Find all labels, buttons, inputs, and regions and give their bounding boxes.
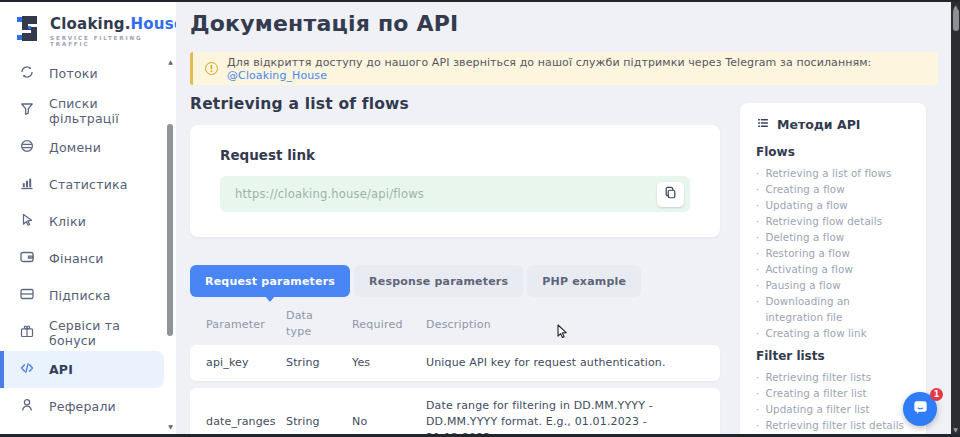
method-link[interactable]: ·Downloading an integration file — [756, 293, 910, 325]
page-title: Документація по API — [190, 11, 938, 36]
request-url-box: https://cloaking.house/api/flows — [220, 176, 690, 212]
doc-tabs: Request parameters Response parameters P… — [190, 265, 720, 297]
scroll-up-icon[interactable]: ▲ — [166, 58, 175, 65]
app-window: Cloaking.House SERVICE FILTERING TRAFFIC… — [0, 0, 960, 437]
doc-left-column: Request link https://cloaking.house/api/… — [190, 125, 720, 434]
bar-chart-icon — [19, 175, 35, 195]
request-url: https://cloaking.house/api/flows — [235, 187, 657, 201]
sidebar-item-services-bonuses[interactable]: Сервіси та бонуси — [0, 314, 164, 351]
column-header-description: Description — [426, 318, 704, 331]
scroll-down-icon[interactable]: ▼ — [166, 423, 175, 430]
page-scrollbar[interactable]: ▲ ▼ — [951, 2, 960, 434]
method-link[interactable]: ·Creating a filter list — [756, 385, 910, 401]
method-link[interactable]: ·Creating a flow link — [756, 325, 910, 341]
sidebar-item-label: Статистика — [49, 177, 128, 192]
column-header-data-type: Data type — [286, 308, 320, 341]
sidebar-item-label: Домени — [49, 140, 101, 155]
cursor-icon — [19, 212, 35, 232]
request-link-card: Request link https://cloaking.house/api/… — [190, 125, 720, 237]
param-required: Yes — [352, 345, 426, 381]
globe-icon — [19, 138, 35, 158]
methods-group-filter-lists: Filter lists — [756, 349, 910, 363]
method-link[interactable]: ·Updating a flow — [756, 197, 910, 213]
method-link[interactable]: ·Updating a filter list — [756, 401, 910, 417]
methods-group-flows: Flows — [756, 145, 910, 159]
page-scrollbar-thumb[interactable] — [953, 9, 959, 31]
cloaking-house-logo-icon — [16, 15, 41, 46]
param-data-type: String — [286, 404, 352, 434]
method-link[interactable]: ·Creating a flow — [756, 181, 910, 197]
param-required: No — [352, 404, 426, 434]
tab-request-parameters[interactable]: Request parameters — [190, 265, 350, 297]
param-name: api_key — [206, 345, 286, 381]
wallet-icon — [19, 249, 35, 269]
methods-panel-title: Методи API — [756, 116, 910, 133]
sidebar-item-label: API — [49, 362, 73, 377]
logo[interactable]: Cloaking.House SERVICE FILTERING TRAFFIC — [0, 2, 176, 57]
person-icon — [19, 397, 35, 417]
sidebar-item-label: Списки фільтрації — [49, 96, 164, 126]
table-header: Parameter Data type Required Description — [190, 303, 720, 345]
gift-icon — [19, 323, 35, 343]
method-link[interactable]: ·Deleting a filter list — [756, 433, 910, 434]
request-link-title: Request link — [220, 147, 690, 163]
sidebar-item-subscription[interactable]: Підписка — [0, 277, 164, 314]
sidebar-item-label: Підписка — [49, 288, 111, 303]
tab-response-parameters[interactable]: Response parameters — [354, 265, 523, 297]
scroll-down-icon[interactable]: ▼ — [951, 426, 960, 433]
method-link[interactable]: ·Retrieving a list of flows — [756, 165, 910, 181]
funnel-icon — [19, 101, 35, 121]
copy-icon — [663, 185, 678, 203]
method-link[interactable]: ·Retrieving filter lists — [756, 369, 910, 385]
code-icon — [19, 360, 35, 380]
sidebar-scrollbar[interactable]: ▲ ▼ — [166, 58, 175, 430]
api-access-notice: ! Для відкриття доступу до нашого API зв… — [190, 52, 938, 85]
sidebar-item-flows[interactable]: Потоки — [0, 55, 164, 92]
sync-icon — [19, 64, 35, 84]
method-link[interactable]: ·Retrieving flow details — [756, 213, 910, 229]
sidebar-item-finances[interactable]: Фінанси — [0, 240, 164, 277]
sidebar: Cloaking.House SERVICE FILTERING TRAFFIC… — [0, 2, 176, 434]
method-link[interactable]: ·Restoring a flow — [756, 245, 910, 261]
brand-name: Cloaking.House — [50, 15, 184, 33]
method-link[interactable]: ·Activating a flow — [756, 261, 910, 277]
param-description: Unique API key for request authenticatio… — [426, 345, 704, 381]
telegram-link[interactable]: @Cloaking_House — [227, 69, 327, 82]
sidebar-item-label: Фінанси — [49, 251, 104, 266]
card-icon — [19, 286, 35, 306]
column-header-parameter: Parameter — [206, 318, 286, 331]
sidebar-item-label: Потоки — [49, 66, 98, 81]
table-row: date_ranges String No Date range for fil… — [190, 388, 720, 434]
sidebar-item-statistics[interactable]: Статистика — [0, 166, 164, 203]
chat-bubble-icon — [912, 399, 929, 419]
brand-tagline: SERVICE FILTERING TRAFFIC — [50, 35, 184, 47]
param-data-type: String — [286, 345, 352, 381]
sidebar-item-clicks[interactable]: Кліки — [0, 203, 164, 240]
api-methods-panel: Методи API Flows ·Retrieving a list of f… — [740, 103, 926, 434]
copy-url-button[interactable] — [657, 182, 684, 207]
list-icon — [756, 116, 770, 133]
table-row: api_key String Yes Unique API key for re… — [190, 345, 720, 381]
sidebar-item-label: Сервіси та бонуси — [49, 318, 164, 348]
sidebar-item-label: Реферали — [49, 399, 116, 414]
sidebar-item-referrals[interactable]: Реферали — [0, 388, 164, 425]
sidebar-item-filter-lists[interactable]: Списки фільтрації — [0, 92, 164, 129]
chat-notification-badge: 1 — [930, 388, 943, 401]
method-link[interactable]: ·Pausing a flow — [756, 277, 910, 293]
param-name: date_ranges — [206, 404, 286, 434]
sidebar-item-api[interactable]: API — [0, 351, 164, 388]
column-header-required: Required — [352, 318, 426, 331]
sidebar-item-domains[interactable]: Домени — [0, 129, 164, 166]
info-icon: ! — [205, 62, 218, 75]
method-link[interactable]: ·Retrieving filter list details — [756, 417, 910, 433]
main-content: Документація по API ! Для відкриття дост… — [176, 2, 951, 434]
tab-php-example[interactable]: PHP example — [527, 265, 641, 297]
param-description: Date range for filtering in DD.MM.YYYY -… — [426, 388, 704, 434]
sidebar-scrollbar-thumb[interactable] — [167, 124, 173, 336]
sidebar-menu: Потоки Списки фільтрації Домени Статисти… — [0, 55, 164, 425]
method-link[interactable]: ·Deleting a flow — [756, 229, 910, 245]
sidebar-item-label: Кліки — [49, 214, 86, 229]
notice-text: Для відкриття доступу до нашого API звер… — [227, 56, 926, 82]
